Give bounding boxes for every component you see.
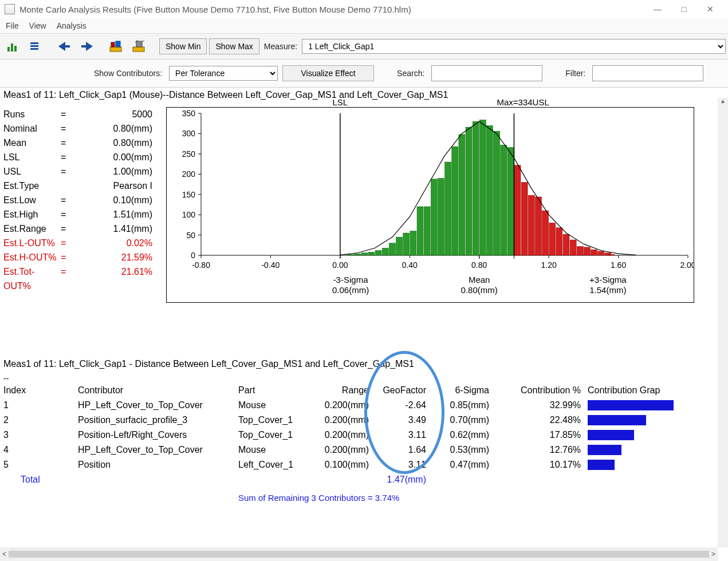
svg-text:200: 200 [182,169,196,179]
svg-text:0.00: 0.00 [332,260,348,270]
svg-rect-13 [133,47,144,52]
svg-rect-2 [14,46,17,52]
horizontal-scrollbar[interactable]: < > [0,547,718,561]
svg-rect-63 [431,179,437,255]
svg-text:1.60: 1.60 [611,260,626,270]
visualize-effect-button[interactable]: Visualize Effect [282,65,374,81]
minimize-button[interactable]: — [644,1,671,18]
measurement-title: Meas1 of 11: Left_Click_Gap1 (Mouse)--Di… [0,88,728,107]
svg-rect-86 [591,250,597,255]
svg-text:1.20: 1.20 [541,260,557,270]
stat-eq: = [61,222,78,236]
hscroll-thumb[interactable] [9,551,709,558]
stat-eq: = [61,136,78,150]
stat-value: 0.80(mm) [78,121,152,136]
cell-part: Mouse [238,443,313,457]
search-label: Search: [395,69,427,78]
filter-input[interactable] [592,65,703,81]
svg-rect-9 [81,45,86,48]
svg-rect-87 [598,251,604,255]
cell-sixsigma: 0.85(mm) [433,398,496,413]
svg-rect-3 [30,42,38,44]
close-button[interactable]: ✕ [697,1,723,18]
contributors-section: Meas1 of 11: Left_Click_Gap1 - Distance … [0,359,728,505]
prev-arrow-icon[interactable] [54,37,74,56]
cell-contributor: Position-Left/Right_Covers [78,428,238,443]
stat-eq: = [61,207,78,222]
svg-rect-64 [438,178,444,255]
tool-icon-2[interactable] [128,37,149,56]
cell-contribpct: 10.17% [496,457,588,472]
cell-range: 0.200(mm) [313,443,376,457]
histogram-icon[interactable] [2,37,23,56]
svg-text:250: 250 [182,149,196,159]
menu-analysis[interactable]: Analysis [57,21,86,30]
vertical-scrollbar[interactable]: ▲ [718,98,728,547]
stat-value: 21.59% [78,250,152,264]
measure-select[interactable]: 1 Left_Click_Gap1 [302,39,726,54]
search-input[interactable] [431,65,542,81]
svg-rect-77 [528,195,534,255]
stat-eq: = [61,264,78,293]
total-label: Total [3,472,78,487]
cell-graph [588,398,679,413]
cell-graph [588,428,679,443]
next-arrow-icon[interactable] [77,37,97,56]
col-index: Index [3,383,78,398]
cell-range: 0.100(mm) [313,457,376,472]
cell-index: 4 [3,443,78,457]
scroll-right-icon[interactable]: > [711,550,715,558]
svg-rect-12 [116,41,120,47]
svg-rect-51 [348,255,354,255]
svg-rect-10 [110,47,121,52]
menu-file[interactable]: File [6,21,19,30]
show-min-button[interactable]: Show Min [159,38,207,54]
app-window: Monte Carlo Analysis Results (Five Butto… [0,0,728,561]
col-contribpct: Contribution % [496,383,588,398]
histogram-chart: 050100150200250300350-0.80-0.400.000.400… [166,107,694,303]
sum-remaining-text: Sum of Remaining 3 Contributors = 3.74% [3,487,725,505]
show-max-button[interactable]: Show Max [209,38,259,54]
show-contributors-select[interactable]: Per Tolerance [169,66,278,81]
svg-rect-65 [445,162,451,255]
maximize-button[interactable]: □ [671,1,697,18]
cell-graph [588,443,679,457]
svg-text:-0.40: -0.40 [261,260,280,270]
contributors-dashes: -- [3,374,725,383]
svg-rect-11 [111,42,115,47]
svg-rect-68 [466,127,472,255]
scroll-up-icon[interactable]: ▲ [718,98,728,108]
svg-text:0.40: 0.40 [402,260,418,270]
svg-rect-79 [542,211,549,255]
list-icon[interactable] [25,37,46,56]
svg-rect-70 [479,120,486,255]
stat-label: Runs [3,107,61,121]
cell-part: Top_Cover_1 [238,413,313,428]
toolbar-secondary: Show Contributors: Per Tolerance Visuali… [0,60,728,88]
svg-text:300: 300 [182,129,196,138]
svg-rect-67 [459,135,465,255]
scroll-left-icon[interactable]: < [2,550,6,558]
cell-geofactor: 3.11 [376,428,433,443]
chart-label: 1.54(mm) [585,285,631,295]
svg-rect-89 [608,255,615,255]
cell-contribpct: 22.48% [496,413,588,428]
cell-part: Top_Cover_1 [238,428,313,443]
cell-graph [588,413,679,428]
chart-label: Mean [457,275,502,285]
svg-rect-7 [65,45,70,48]
contributors-title: Meas1 of 11: Left_Click_Gap1 - Distance … [3,359,725,369]
total-value: 1.47(mm) [376,472,433,487]
cell-contributor: HP_Left_Cover_to_Top_Cover [78,398,238,413]
contributors-table: Index Contributor Part Range GeoFactor 6… [3,383,725,505]
stat-label: Mean [3,136,61,150]
titlebar: Monte Carlo Analysis Results (Five Butto… [0,0,728,18]
svg-text:0: 0 [191,251,195,260]
svg-rect-57 [389,243,395,255]
svg-rect-58 [396,237,403,255]
toolbar-main: Show Min Show Max Measure: 1 Left_Click_… [0,33,728,60]
svg-rect-66 [452,147,458,255]
tool-icon-1[interactable] [105,37,126,56]
stat-eq: = [61,107,78,121]
menu-view[interactable]: View [29,21,46,30]
